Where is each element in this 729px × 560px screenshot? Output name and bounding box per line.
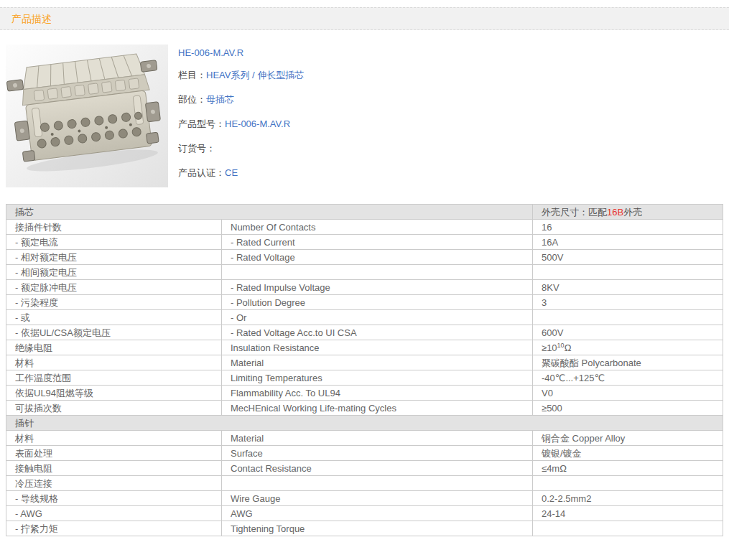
table-row: - AWGAWG24-14 <box>6 506 723 521</box>
spec-en: - Rated Voltage Acc.to UI CSA <box>222 325 533 340</box>
spec-en: Surface <box>222 446 533 461</box>
spec-en: Flammability Acc. To UL94 <box>222 386 533 401</box>
field-category: 栏目：HEAV系列 / 伸长型插芯 <box>178 70 304 80</box>
spec-cn: - 依据UL/CSA额定电压 <box>6 325 222 340</box>
spec-en: - Or <box>222 310 533 325</box>
spec-value: V0 <box>533 386 723 401</box>
separator: / <box>249 70 257 80</box>
table-row: - 导线规格Wire Gauge0.2-2.5mm2 <box>6 491 723 506</box>
field-label: 产品认证： <box>178 167 225 178</box>
spec-en: Material <box>222 431 533 446</box>
field-model: 产品型号：HE-006-M.AV.R <box>178 119 304 129</box>
table-row: - 额定电流- Rated Current16A <box>6 235 723 250</box>
spec-en: Wire Gauge <box>222 491 533 506</box>
spec-en: MecHEnical Working Life-mating Cycles <box>222 401 533 416</box>
shell-size-text: 外壳尺寸：匹配 <box>542 207 607 218</box>
series-link[interactable]: HEAV系列 <box>206 70 249 80</box>
spec-en: Limiting Temperatures <box>222 370 533 386</box>
shell-size-highlight: 16B <box>607 207 623 218</box>
spec-cn: - 相间额定电压 <box>6 265 222 280</box>
part-link[interactable]: 母插芯 <box>206 94 234 105</box>
spec-value: 16 <box>533 220 723 235</box>
spec-en: - Rated Current <box>222 235 533 250</box>
table-row: 材料Material聚碳酸酯 Polycarbonate <box>6 355 723 370</box>
spec-value: 铜合金 Copper Alloy <box>533 431 723 446</box>
spec-value: 镀银/镀金 <box>533 446 723 461</box>
spec-value: ≥500 <box>533 401 723 416</box>
superscript: 10 <box>557 342 565 349</box>
table-row: - 或- Or <box>6 310 723 325</box>
spec-cn: 工作温度范围 <box>6 370 222 386</box>
page-title: 产品描述 <box>11 13 52 24</box>
spec-cn: 接触电阻 <box>6 461 222 476</box>
spec-en <box>222 476 533 491</box>
spec-cn: - 拧紧力矩 <box>6 521 222 536</box>
spec-cn: 材料 <box>6 431 222 446</box>
spec-cn: 材料 <box>6 355 222 370</box>
spec-cn: 依据UL94阻燃等级 <box>6 386 222 401</box>
spec-value: 聚碳酸酯 Polycarbonate <box>533 355 723 370</box>
table-row: - 相间额定电压 <box>6 265 723 280</box>
spec-cn: - 额定脉冲电压 <box>6 280 222 295</box>
spec-en: Tightening Torque <box>222 521 533 536</box>
spec-cn: 接插件针数 <box>6 220 222 235</box>
model-link[interactable]: HE-006-M.AV.R <box>225 118 290 129</box>
table-row: - 污染程度- Pollution Degree3 <box>6 295 723 310</box>
table-row: 绝缘电阻 Insulation Resistance ≥1010Ω <box>6 340 723 355</box>
spec-value: 500V <box>533 250 723 265</box>
product-title-link[interactable]: HE-006-M.AV.R <box>178 47 243 58</box>
spec-cn: - 污染程度 <box>6 295 222 310</box>
spec-value <box>533 521 723 536</box>
shell-size-cell: 外壳尺寸：匹配16B外壳 <box>533 205 723 220</box>
table-row: - 额定脉冲电压- Rated Impulse Voltage8KV <box>6 280 723 295</box>
spec-en: - Pollution Degree <box>222 295 533 310</box>
table-row: - 依据UL/CSA额定电压- Rated Voltage Acc.to UI … <box>6 325 723 340</box>
spec-value: 600V <box>533 325 723 340</box>
spec-cn: 表面处理 <box>6 446 222 461</box>
product-image[interactable] <box>6 45 168 187</box>
table-row: 依据UL94阻燃等级Flammability Acc. To UL94V0 <box>6 386 723 401</box>
spec-value: -40℃...+125℃ <box>533 370 723 386</box>
section-header-insert: 插芯 外壳尺寸：匹配16B外壳 <box>6 205 723 220</box>
table-row: - 拧紧力矩Tightening Torque <box>6 521 723 536</box>
spec-en: AWG <box>222 506 533 521</box>
section-title: 插芯 <box>6 205 533 220</box>
field-label: 订货号： <box>178 143 215 154</box>
table-row: 表面处理Surface镀银/镀金 <box>6 446 723 461</box>
field-label: 产品型号： <box>178 118 225 129</box>
field-order-no: 订货号： <box>178 144 304 153</box>
spec-en: Number Of Contacts <box>222 220 533 235</box>
spec-table: 插芯 外壳尺寸：匹配16B外壳 接插件针数Number Of Contacts1… <box>6 204 723 536</box>
section-title: 插针 <box>6 416 723 431</box>
spec-value: 24-14 <box>533 506 723 521</box>
product-overview: HE-006-M.AV.R 栏目：HEAV系列 / 伸长型插芯 部位：母插芯 产… <box>6 45 723 192</box>
spec-value: ≤4mΩ <box>533 461 723 476</box>
table-row: 可拔插次数MecHEnical Working Life-mating Cycl… <box>6 401 723 416</box>
spec-value: 8KV <box>533 280 723 295</box>
table-row: 接触电阻Contact Resistance≤4mΩ <box>6 461 723 476</box>
spec-cn: - 相对额定电压 <box>6 250 222 265</box>
certification-link[interactable]: CE <box>225 167 238 178</box>
spec-cn: - 或 <box>6 310 222 325</box>
spec-en: - Rated Voltage <box>222 250 533 265</box>
shell-size-text: 外壳 <box>623 207 642 218</box>
spec-value <box>533 310 723 325</box>
spec-value: ≥1010Ω <box>533 340 723 355</box>
table-row: 材料Material铜合金 Copper Alloy <box>6 431 723 446</box>
spec-value <box>533 476 723 491</box>
table-row: 接插件针数Number Of Contacts16 <box>6 220 723 235</box>
spec-en: - Rated Impulse Voltage <box>222 280 533 295</box>
table-row: 工作温度范围Limiting Temperatures-40℃...+125℃ <box>6 370 723 386</box>
field-label: 栏目： <box>178 70 206 80</box>
spec-en: Contact Resistance <box>222 461 533 476</box>
product-info: HE-006-M.AV.R 栏目：HEAV系列 / 伸长型插芯 部位：母插芯 产… <box>178 45 304 192</box>
spec-value: 0.2-2.5mm2 <box>533 491 723 506</box>
type-link[interactable]: 伸长型插芯 <box>257 70 304 80</box>
spec-cn: 绝缘电阻 <box>6 340 222 355</box>
spec-value: 3 <box>533 295 723 310</box>
spec-cn: 可拔插次数 <box>6 401 222 416</box>
section-header-pin: 插针 <box>6 416 723 431</box>
field-label: 部位： <box>178 94 206 105</box>
spec-en: Insulation Resistance <box>222 340 533 355</box>
spec-en <box>222 265 533 280</box>
